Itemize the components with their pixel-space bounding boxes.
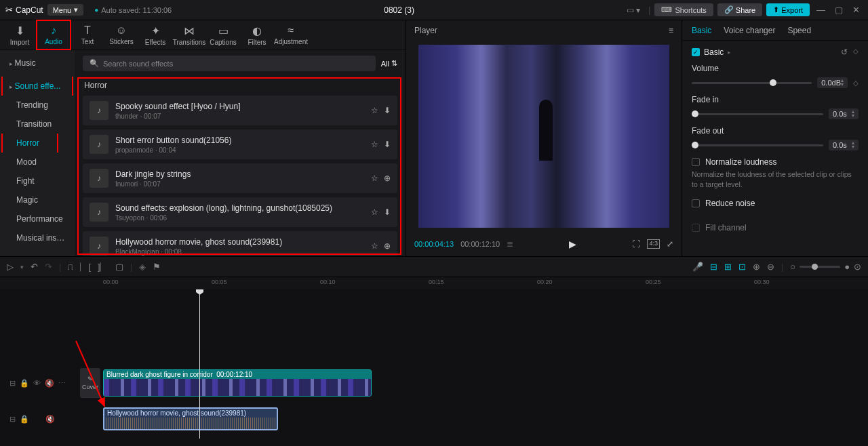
sidebar-item-fight[interactable]: Fight — [0, 171, 75, 190]
video-clip[interactable]: Blurred dark ghost figure in corridor 00… — [103, 369, 372, 397]
tab-import[interactable]: ⬇Import — [3, 20, 37, 49]
snap-icon[interactable]: ⊡ — [738, 262, 746, 272]
link-icon[interactable]: ⊞ — [724, 262, 732, 272]
favorite-icon[interactable]: ☆ — [371, 174, 378, 183]
zoom-fit-icon[interactable]: ⊙ — [854, 262, 861, 272]
delete-icon[interactable]: ▢ — [115, 262, 123, 272]
player-menu-icon[interactable]: ≡ — [669, 26, 673, 35]
list-icon[interactable]: ≣ — [507, 239, 513, 249]
tab-audio[interactable]: ♪Audio — [37, 20, 71, 49]
sidebar-item-performance[interactable]: Performance — [0, 209, 75, 228]
fadein-value[interactable]: 0.0s▴▾ — [829, 108, 859, 119]
collapse-icon[interactable]: ⊟ — [9, 379, 16, 388]
magnet-icon[interactable]: ⊟ — [710, 262, 717, 272]
zoom-in-icon[interactable]: ● — [844, 262, 850, 272]
download-icon[interactable]: ⬇ — [384, 207, 391, 217]
sound-item[interactable]: ♪ Short error button sound(21056)propanm… — [83, 129, 397, 159]
sidebar-sound-effects[interactable]: Sound effe... — [0, 77, 75, 96]
selection-tool-icon[interactable]: ▷ — [7, 262, 14, 272]
play-button[interactable]: ▶ — [569, 239, 576, 249]
sidebar-item-musical[interactable]: Musical inst... — [0, 228, 75, 247]
zoom-slider[interactable] — [800, 266, 840, 268]
cover-button[interactable]: ✎Cover — [80, 368, 100, 398]
collapse-icon[interactable]: ⊟ — [9, 415, 16, 424]
tab-voice-changer[interactable]: Voice changer — [724, 26, 775, 35]
eye-icon[interactable]: 👁 — [33, 379, 41, 387]
fullscreen-icon[interactable]: ⤢ — [667, 239, 673, 249]
lock-icon[interactable]: 🔒 — [20, 415, 29, 424]
zoom-out-icon[interactable]: ○ — [790, 262, 795, 272]
fill-channel-checkbox[interactable] — [692, 224, 700, 232]
add-icon[interactable]: ⊕ — [384, 174, 391, 183]
undo-icon[interactable]: ↶ — [31, 262, 38, 272]
search-input[interactable]: Search sound effects — [83, 56, 376, 71]
sidebar-item-transition[interactable]: Transition — [0, 115, 75, 134]
fadeout-value[interactable]: 0.0s▴▾ — [829, 140, 859, 150]
add-icon[interactable]: ⊕ — [384, 241, 391, 251]
split-icon[interactable]: ⎍ — [68, 262, 73, 272]
sidebar-item-trending[interactable]: Trending — [0, 96, 75, 115]
tab-stickers[interactable]: ☺Stickers — [104, 20, 138, 49]
fadein-slider[interactable] — [692, 113, 823, 115]
menu-button[interactable]: Menu ▾ — [47, 4, 84, 16]
filter-button[interactable]: All ⇅ — [381, 59, 397, 68]
track-opts-icon[interactable]: ⊖ — [767, 262, 774, 272]
tab-speed[interactable]: Speed — [787, 26, 811, 35]
keyframe-icon[interactable]: ◇ — [853, 47, 859, 57]
sidebar-item-horror[interactable]: Horror — [0, 134, 75, 153]
split-left-icon[interactable]: ⎸[ — [80, 262, 91, 272]
tab-text[interactable]: TText — [71, 20, 104, 49]
marker-icon[interactable]: ◈ — [139, 262, 146, 272]
tab-transitions[interactable]: ⋈Transitions — [172, 20, 206, 49]
ratio-icon[interactable]: ▭ ▾ — [627, 5, 640, 15]
favorite-icon[interactable]: ☆ — [371, 207, 378, 217]
playhead[interactable] — [199, 289, 200, 439]
tab-filters[interactable]: ◐Filters — [240, 20, 274, 49]
mute-icon[interactable]: 🔇 — [45, 415, 55, 424]
mic-icon[interactable]: 🎤 — [692, 262, 703, 272]
audio-clip[interactable]: Hollywood horror movie, ghost sound(2399… — [103, 407, 278, 430]
lock-icon[interactable]: 🔒 — [20, 379, 29, 388]
reduce-noise-checkbox[interactable] — [692, 199, 700, 207]
tab-captions[interactable]: ▭Captions — [206, 20, 240, 49]
more-icon[interactable]: ⋯ — [58, 379, 66, 388]
minimize-icon[interactable]: — — [814, 5, 828, 15]
download-icon[interactable]: ⬇ — [384, 106, 391, 115]
sound-item[interactable]: ♪ Spooky sound effect [Hyoo / Hyun]thund… — [83, 96, 397, 125]
reset-icon[interactable]: ↺ — [841, 47, 848, 57]
tab-effects[interactable]: ✦Effects — [138, 20, 172, 49]
aspect-icon[interactable]: 4:3 — [647, 239, 660, 249]
redo-icon[interactable]: ↷ — [45, 262, 52, 272]
favorite-icon[interactable]: ☆ — [371, 106, 378, 115]
sidebar-item-mood[interactable]: Mood — [0, 153, 75, 171]
track-add-icon[interactable]: ⊕ — [753, 262, 760, 272]
download-icon[interactable]: ⬇ — [384, 140, 391, 149]
sidebar-item-magic[interactable]: Magic — [0, 190, 75, 209]
favorite-icon[interactable]: ☆ — [371, 241, 378, 251]
player-viewport[interactable] — [418, 45, 669, 228]
crop-icon[interactable]: ⛶ — [632, 239, 640, 249]
volume-value[interactable]: 0.0dB▴▾ — [817, 77, 848, 88]
sound-item[interactable]: ♪ Dark jingle by stringsInumori · 00:07 … — [83, 163, 397, 193]
split-right-icon[interactable]: ]⎸ — [98, 262, 108, 272]
normalize-checkbox[interactable] — [692, 158, 700, 166]
flag-icon[interactable]: ⚑ — [153, 262, 161, 272]
timeline-tracks[interactable]: ⊟ 🔒 👁 🔇 ⋯ ✎Cover Blurred dark ghost figu… — [0, 289, 868, 439]
shortcuts-button[interactable]: ⌨ Shortcuts — [654, 3, 713, 16]
export-button[interactable]: ⬆ Export — [766, 3, 810, 16]
maximize-icon[interactable]: ▢ — [832, 5, 846, 15]
check-icon[interactable]: ✓ — [692, 48, 700, 56]
sound-item[interactable]: ♪ Hollywood horror movie, ghost sound(23… — [83, 231, 397, 256]
fadeout-slider[interactable] — [692, 144, 823, 146]
sound-item[interactable]: ♪ Sound effects: explosion (long), light… — [83, 197, 397, 227]
tab-adjustment[interactable]: ≈Adjustment — [274, 20, 308, 49]
keyframe-icon[interactable]: ◇ — [853, 79, 859, 87]
timeline-ruler[interactable]: 00:00 00:05 00:10 00:15 00:20 00:25 00:3… — [0, 277, 868, 289]
favorite-icon[interactable]: ☆ — [371, 140, 378, 149]
sidebar-music[interactable]: Music — [0, 54, 75, 73]
share-button[interactable]: 🔗 Share — [717, 3, 762, 16]
tab-basic[interactable]: Basic — [692, 26, 711, 35]
mute-icon[interactable]: 🔇 — [45, 379, 54, 388]
close-icon[interactable]: ✕ — [850, 5, 863, 15]
volume-slider[interactable] — [692, 82, 812, 84]
